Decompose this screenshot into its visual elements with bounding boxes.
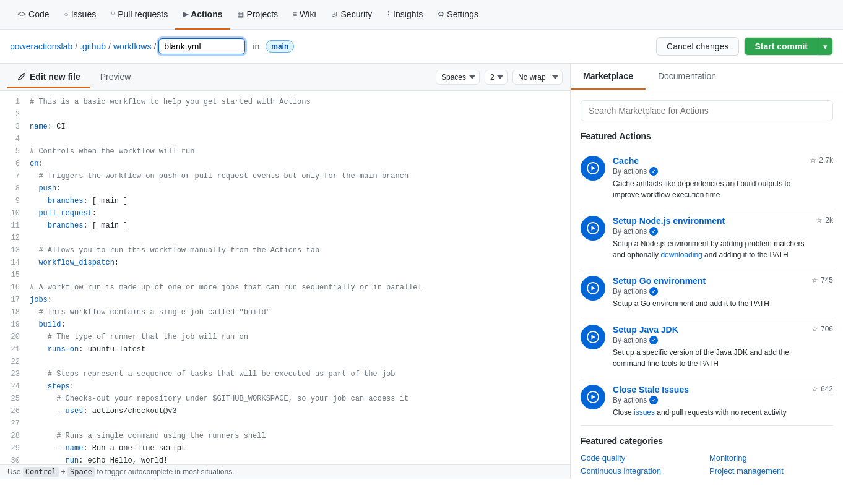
code-line: 25 # Checks-out your repository under $G… bbox=[0, 393, 570, 405]
action-info-cache: Cache By actions ✓ Cache artifacts like … bbox=[613, 156, 802, 200]
action-stars-nodejs: ☆ 2k bbox=[816, 216, 833, 224]
nav-projects[interactable]: ▦ Projects bbox=[230, 0, 285, 30]
action-icon-stale bbox=[581, 385, 605, 409]
tab-preview[interactable]: Preview bbox=[90, 67, 141, 88]
action-info-stale: Close Stale Issues By actions ✓ Close is… bbox=[613, 385, 804, 418]
code-line: 21 runs-on: ubuntu-latest bbox=[0, 343, 570, 356]
in-label: in bbox=[253, 41, 259, 51]
code-line: 13 # Allows you to run this workflow man… bbox=[0, 244, 570, 257]
code-line: 10 pull_request: bbox=[0, 207, 570, 220]
nav-code[interactable]: <> Code bbox=[10, 0, 56, 30]
code-line: 16# A workflow run is made up of one or … bbox=[0, 281, 570, 294]
sidebar-tabs: Marketplace Documentation bbox=[571, 64, 843, 90]
action-name-java[interactable]: Setup Java JDK bbox=[613, 325, 804, 335]
category-project-mgmt[interactable]: Project management bbox=[709, 466, 833, 476]
code-line: 6on: bbox=[0, 158, 570, 170]
action-info-nodejs: Setup Node.js environment By actions ✓ S… bbox=[613, 216, 808, 260]
nav-wiki[interactable]: ≡ Wiki bbox=[285, 0, 323, 30]
breadcrumb-bar: poweractionslab / .github / workflows / … bbox=[0, 30, 843, 64]
nav-actions[interactable]: ▶ Actions bbox=[175, 0, 230, 30]
action-by-go: By actions ✓ bbox=[613, 287, 804, 296]
start-commit-button[interactable]: Start commit bbox=[745, 38, 818, 55]
action-desc-cache: Cache artifacts like dependencies and bu… bbox=[613, 178, 802, 200]
action-desc-go: Setup a Go environment and add it to the… bbox=[613, 298, 804, 309]
editor-tabs: Edit new file Preview bbox=[7, 67, 140, 88]
star-icon-java: ☆ bbox=[811, 325, 818, 333]
verified-icon-stale: ✓ bbox=[649, 396, 658, 404]
play-icon-java bbox=[587, 331, 599, 343]
star-icon: ☆ bbox=[810, 156, 816, 164]
action-info-go: Setup Go environment By actions ✓ Setup … bbox=[613, 276, 804, 309]
actions-icon: ▶ bbox=[183, 10, 188, 19]
action-name-nodejs[interactable]: Setup Node.js environment bbox=[613, 216, 808, 226]
code-line: 29 - name: Run a one-line script bbox=[0, 442, 570, 455]
star-icon-nodejs: ☆ bbox=[816, 216, 823, 224]
code-line: 26 - uses: actions/checkout@v3 bbox=[0, 405, 570, 417]
play-icon bbox=[587, 162, 599, 174]
nav-issues[interactable]: ○ Issues bbox=[56, 0, 103, 30]
play-icon-stale bbox=[587, 391, 599, 403]
sidebar-content: Featured Actions Cache By actions ✓ Cach… bbox=[571, 90, 843, 479]
code-line: 28 # Runs a single command using the run… bbox=[0, 430, 570, 442]
code-line: 30 run: echo Hello, world! bbox=[0, 455, 570, 464]
action-stars-cache: ☆ 2.7k bbox=[810, 156, 833, 164]
pr-icon: ⑂ bbox=[111, 10, 115, 19]
action-name-cache[interactable]: Cache bbox=[613, 156, 802, 166]
nav-insights[interactable]: ⌇ Insights bbox=[379, 0, 430, 30]
commit-dropdown-button[interactable]: ▾ bbox=[818, 38, 832, 55]
cancel-changes-button[interactable]: Cancel changes bbox=[656, 37, 739, 56]
code-line: 11 branches: [ main ] bbox=[0, 220, 570, 232]
category-ci[interactable]: Continuous integration bbox=[581, 466, 704, 476]
editor-options: Spaces Tabs 2 4 No wrap Soft wrap bbox=[436, 70, 563, 85]
star-icon-stale: ☆ bbox=[811, 385, 818, 393]
nav-pullrequests[interactable]: ⑂ Pull requests bbox=[103, 0, 175, 30]
nav-settings[interactable]: ⚙ Settings bbox=[430, 0, 486, 30]
code-line: 5# Controls when the workflow will run bbox=[0, 145, 570, 158]
action-item-nodejs: Setup Node.js environment By actions ✓ S… bbox=[581, 208, 833, 268]
action-item-stale: Close Stale Issues By actions ✓ Close is… bbox=[581, 377, 833, 426]
branch-badge: main bbox=[266, 40, 294, 53]
settings-icon: ⚙ bbox=[438, 10, 444, 19]
wrap-select[interactable]: No wrap Soft wrap bbox=[512, 70, 563, 85]
code-line: 19 build: bbox=[0, 318, 570, 331]
categories-grid: Code quality Monitoring Continuous integ… bbox=[581, 453, 833, 479]
nav-security[interactable]: ⛨ Security bbox=[324, 0, 380, 30]
start-commit-group: Start commit ▾ bbox=[744, 37, 833, 56]
verified-icon: ✓ bbox=[649, 167, 658, 176]
tab-documentation[interactable]: Documentation bbox=[646, 64, 728, 90]
editor-code[interactable]: 1# This is a basic workflow to help you … bbox=[0, 91, 570, 464]
tab-marketplace[interactable]: Marketplace bbox=[571, 64, 646, 90]
security-icon: ⛨ bbox=[331, 10, 339, 19]
category-code-quality[interactable]: Code quality bbox=[581, 453, 704, 463]
action-desc-stale: Close issues and pull requests with no r… bbox=[613, 407, 804, 418]
breadcrumb-github[interactable]: .github bbox=[80, 41, 106, 51]
editor-container: Edit new file Preview Spaces Tabs 2 4 No… bbox=[0, 64, 843, 479]
action-stars-java: ☆ 706 bbox=[811, 325, 833, 333]
code-line: 12 bbox=[0, 232, 570, 244]
spaces-select[interactable]: Spaces Tabs bbox=[436, 70, 480, 85]
breadcrumb-repo[interactable]: poweractionslab bbox=[10, 41, 72, 51]
action-name-go[interactable]: Setup Go environment bbox=[613, 276, 804, 286]
top-nav: <> Code ○ Issues ⑂ Pull requests ▶ Actio… bbox=[0, 0, 843, 30]
category-monitoring[interactable]: Monitoring bbox=[709, 453, 833, 463]
action-stars-go: ☆ 745 bbox=[811, 276, 833, 284]
code-line: 24 steps: bbox=[0, 380, 570, 393]
action-item-java: Setup Java JDK By actions ✓ Set up a spe… bbox=[581, 317, 833, 377]
action-icon-cache bbox=[581, 156, 605, 181]
indent-select[interactable]: 2 4 bbox=[485, 70, 508, 85]
filename-input[interactable] bbox=[158, 38, 245, 54]
search-marketplace-input[interactable] bbox=[581, 100, 833, 121]
breadcrumb-workflows[interactable]: workflows bbox=[113, 41, 151, 51]
action-stars-stale: ☆ 642 bbox=[811, 385, 833, 393]
code-line: 15 bbox=[0, 269, 570, 281]
categories-title: Featured categories bbox=[581, 436, 833, 446]
action-name-stale[interactable]: Close Stale Issues bbox=[613, 385, 804, 395]
issues-icon: ○ bbox=[64, 10, 68, 19]
breadcrumb: poweractionslab / .github / workflows / … bbox=[10, 38, 294, 54]
action-desc-nodejs: Setup a Node.js environment by adding pr… bbox=[613, 238, 808, 260]
star-icon-go: ☆ bbox=[811, 276, 818, 284]
tab-edit[interactable]: Edit new file bbox=[7, 67, 90, 88]
action-item-go: Setup Go environment By actions ✓ Setup … bbox=[581, 268, 833, 317]
code-line: 20 # The type of runner that the job wil… bbox=[0, 331, 570, 343]
code-line: 8 push: bbox=[0, 182, 570, 195]
